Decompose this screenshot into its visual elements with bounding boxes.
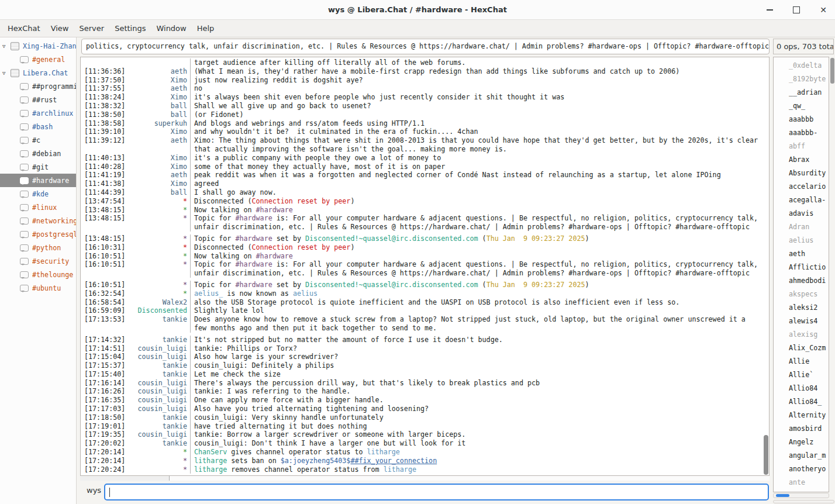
message-text: Slightly late lol [190,306,760,315]
user-item-Allie[interactable]: Allie [774,355,829,368]
maximize-button[interactable] [792,5,801,15]
channel-item-#c[interactable]: #c [0,133,76,147]
tree-item-label: #ubuntu [32,284,76,292]
tree-item-label: Libera.Chat [23,69,76,77]
channel-item-#postgresql[interactable]: #postgresql [0,227,76,241]
tree-item-label: #linux [32,203,76,212]
channel-item-#archlinux[interactable]: #archlinux [0,106,76,120]
menu-item-window[interactable]: Window [151,20,191,37]
userlist-vertical-scrollbar[interactable] [830,58,834,84]
user-item-__adrian[interactable]: __adrian [774,86,829,99]
message-text: Topic for #hardware set by Disconsented!… [190,281,760,289]
user-item-aaabbb-[interactable]: aaabbb- [774,126,829,140]
minimize-button[interactable] [765,5,774,15]
user-item-_0xdelta[interactable]: _0xdelta [774,59,829,73]
user-item-Abrax[interactable]: Abrax [774,153,829,167]
channel-item-##programming[interactable]: ##programming [0,80,76,93]
timestamp: [16:10:31] [84,243,130,252]
user-item-Adran[interactable]: Adran [774,220,829,234]
chat-line: [16:59:09]DisconsentedSlightly late lol [84,306,769,315]
chat-vertical-scrollbar[interactable] [764,435,768,475]
message-text: Disconnected (Connection reset by peer) [190,197,760,206]
chat-line: [11:41:19]aethpeak reddit was when it wa… [84,171,769,179]
user-item-_8192byte[interactable]: _8192byte [774,73,829,86]
userlist-horizontal-scrollbar-thumb[interactable] [776,494,789,497]
menu-item-server[interactable]: Server [74,20,109,37]
menu-item-settings[interactable]: Settings [109,20,151,37]
channel-icon [20,56,29,63]
channel-item-#git[interactable]: #git [0,160,76,174]
user-item-Alternity[interactable]: Alternity [774,409,829,422]
message-text: tankie: I was referring to the handle. [190,387,760,396]
channel-item-#security[interactable]: #security [0,254,76,268]
nick: cousin_luigi [130,379,190,388]
close-button[interactable]: ✕ [819,5,828,15]
user-item-amosbird[interactable]: amosbird [774,422,829,436]
chat-line: [16:58:54]Walex2also the USB Storage pro… [84,298,769,307]
chat-line: [13:47:54]*Disconnected (Connection rese… [84,197,769,206]
channel-item-#ubuntu[interactable]: #ubuntu [0,281,76,295]
user-item-angular_m[interactable]: angular_m [774,449,829,462]
menu-item-hexchat[interactable]: HexChat [2,20,46,37]
user-item-adavis[interactable]: adavis [774,207,829,220]
user-item-ante[interactable]: ante [774,476,829,489]
message-text: agreed [190,179,760,188]
chat-line: [11:36:36]aeth(What I mean is, they'd ra… [84,67,769,76]
timestamp: [13:48:15] [84,234,130,243]
channel-item-#general[interactable]: #general [0,53,76,66]
channel-item-#thelounge[interactable]: #thelounge [0,268,76,281]
nick [130,58,190,67]
chat-line: [16:10:51]*Topic for #hardware set by Di… [84,281,769,289]
user-item-alexisg[interactable]: alexisg [774,328,829,341]
message-text: It's not stripped but no matter the amou… [190,336,760,344]
user-item-Allio84_[interactable]: Allio84_ [774,395,829,409]
event-star: * [130,260,190,278]
menu-item-help[interactable]: Help [192,20,220,37]
message-input[interactable] [104,484,769,500]
nick: cousin_luigi [130,344,190,353]
server-item-Xing-Hai-Zhan[interactable]: ▽Xing-Hai-Zhan [0,39,76,53]
user-item-aaabbb[interactable]: aaabbb [774,113,829,126]
user-item-aeth[interactable]: aeth [774,247,829,261]
expander-icon[interactable]: ▽ [2,70,11,76]
user-item-aleksi2[interactable]: aleksi2 [774,301,829,315]
user-item-Alix_Cozm[interactable]: Alix_Cozm [774,341,829,355]
user-item-acegalla-[interactable]: acegalla- [774,194,829,207]
channel-item-##rust[interactable]: ##rust [0,93,76,106]
timestamp: [17:17:03] [84,405,130,413]
user-item-ahmedbodi[interactable]: ahmedbodi [774,274,829,288]
channel-item-#hardware[interactable]: #hardware [0,174,76,187]
user-item-abff[interactable]: abff [774,140,829,153]
user-item-Allio84[interactable]: Allio84 [774,382,829,395]
menu-item-view[interactable]: View [46,20,74,37]
topic-input[interactable]: politics, cryptocurrency talk, unfair di… [81,39,770,54]
timestamp: [17:20:14] [84,448,130,457]
channel-item-#networking[interactable]: #networking [0,214,76,227]
channel-item-#linux[interactable]: #linux [0,201,76,214]
channel-item-#kde[interactable]: #kde [0,187,76,201]
channel-item-#debian[interactable]: #debian [0,147,76,160]
user-item-Absurdity[interactable]: Absurdity [774,167,829,180]
chat-horizontal-scrollbar-thumb[interactable] [80,476,170,481]
nick-button[interactable]: wys [87,486,101,495]
user-item-accelario[interactable]: accelario [774,180,829,194]
user-item-anotheryo[interactable]: anotheryo [774,462,829,476]
chat-horizontal-scrollbar[interactable] [80,476,770,481]
tree-item-label: #kde [32,190,76,198]
user-item-Allie`[interactable]: Allie` [774,368,829,382]
user-item-_qw_[interactable]: _qw_ [774,99,829,113]
user-item-alewis4[interactable]: alewis4 [774,315,829,328]
user-item-Angelz[interactable]: Angelz [774,436,829,449]
server-item-Libera.Chat[interactable]: ▽Libera.Chat [0,66,76,80]
user-item-Afflictio[interactable]: Afflictio [774,261,829,274]
message-text: And blogs and webrings and rss/atom feed… [190,119,760,128]
channel-item-#python[interactable]: #python [0,241,76,254]
nick: tankie [130,315,190,333]
timestamp: [17:18:50] [84,413,130,422]
chat-line: [17:13:53]tankieDoes anyone know how to … [84,315,769,333]
user-item-akspecs[interactable]: akspecs [774,288,829,301]
user-list: _0xdelta_8192byte__adrian_qw_aaabbbaaabb… [773,57,829,492]
expander-icon[interactable]: ▽ [2,43,11,49]
user-item-aelius[interactable]: aelius [774,234,829,247]
channel-item-#bash[interactable]: #bash [0,120,76,133]
